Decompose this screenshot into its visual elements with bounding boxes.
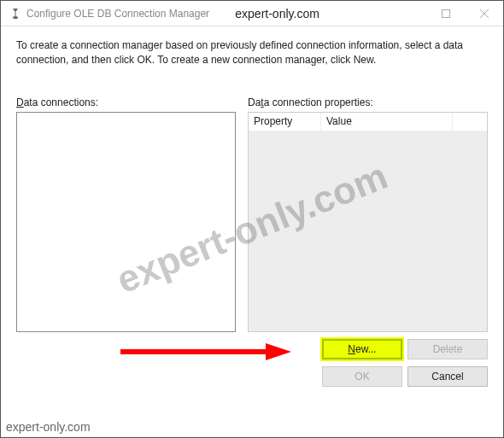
titlebar-brand-text: expert-only.com (235, 7, 319, 20)
svg-point-1 (13, 16, 18, 19)
window-title: Configure OLE DB Connection Manager (26, 8, 209, 20)
data-properties-label: Data connection properties: (248, 96, 488, 108)
app-icon (9, 8, 21, 20)
cancel-button[interactable]: Cancel (407, 366, 488, 387)
svg-rect-2 (442, 9, 449, 17)
column-spacer (453, 113, 487, 131)
data-connections-listbox[interactable] (16, 112, 236, 332)
properties-header: Property Value (249, 113, 487, 131)
footer-brand-text: expert-only.com (6, 420, 91, 434)
svg-rect-0 (15, 11, 16, 16)
dialog-content: To create a connection manager based on … (1, 26, 503, 395)
titlebar: Configure OLE DB Connection Manager expe… (1, 1, 503, 26)
ok-button: OK (322, 366, 402, 387)
data-connections-label: Data connections: (16, 96, 236, 108)
delete-button: Delete (407, 339, 488, 359)
column-value[interactable]: Value (321, 113, 453, 131)
close-button[interactable] (465, 1, 503, 26)
maximize-button[interactable] (426, 1, 465, 26)
instructions-text: To create a connection manager based on … (16, 38, 488, 67)
properties-panel: Property Value (248, 112, 488, 332)
window-controls (426, 1, 503, 26)
column-property[interactable]: Property (249, 113, 321, 131)
new-button[interactable]: New... (322, 339, 402, 359)
